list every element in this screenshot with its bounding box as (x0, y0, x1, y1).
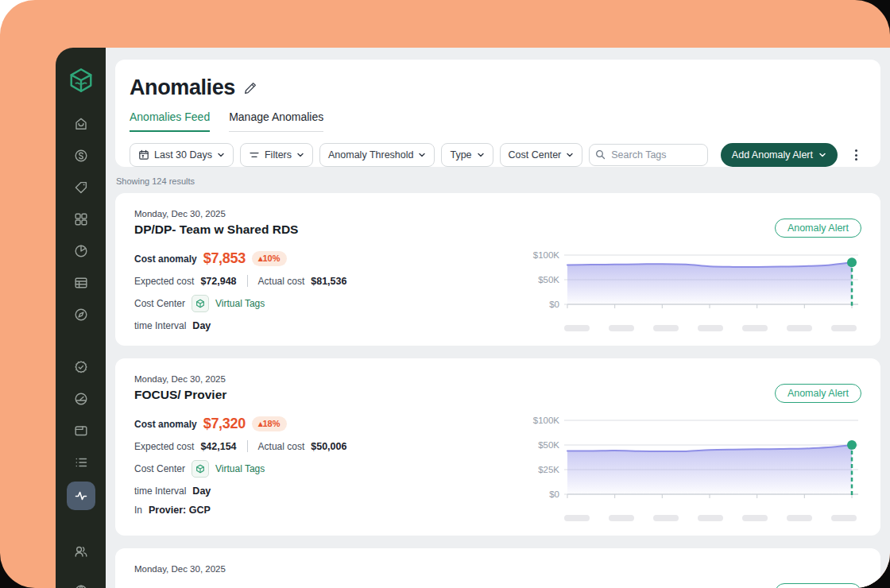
chevron-down-icon (296, 151, 304, 159)
x-axis-skeleton-label (564, 515, 590, 521)
card-title: FOCUS/ Provier (134, 388, 528, 402)
edit-icon[interactable] (243, 81, 257, 95)
page-header-card: Anomalies Anomalies Feed Manage Anomalie… (115, 60, 880, 167)
cost-center-dropdown[interactable]: Cost Center (500, 143, 583, 167)
cost-center-label: Cost Center (134, 463, 185, 474)
svg-text:$25K: $25K (538, 465, 559, 474)
x-axis-skeleton-label (609, 515, 634, 521)
x-axis-skeleton-label (787, 515, 812, 521)
anomaly-card[interactable]: Monday, Dec 30, 2025 DP/DP- Team w Share… (115, 193, 880, 346)
tab-anomalies-feed[interactable]: Anomalies Feed (130, 110, 210, 132)
sidebar-item-budgets[interactable] (73, 423, 89, 439)
actual-cost-value: $50,006 (311, 441, 346, 452)
sidebar-item-costs[interactable] (73, 148, 89, 164)
actual-cost-value: $81,536 (311, 276, 346, 287)
filter-icon (249, 149, 260, 161)
sidebar-item-team[interactable] (73, 544, 89, 559)
x-axis-skeleton-label (698, 515, 723, 521)
results-summary: Showing 124 results (116, 176, 880, 186)
anomaly-card[interactable]: Monday, Dec 30, 2025 Anomaly Alert (115, 548, 880, 588)
filters-dropdown[interactable]: Filters (240, 143, 313, 167)
card-chart-area: Anomaly Alert $100K$50K$25K$0 (528, 374, 861, 521)
grid-icon (73, 211, 89, 227)
anomaly-threshold-dropdown[interactable]: Anomaly Threshold (319, 143, 435, 167)
sidebar-item-integrations[interactable] (73, 211, 89, 227)
x-axis-skeleton-label (742, 325, 768, 331)
svg-text:$0: $0 (549, 300, 559, 309)
sidebar-item-tags[interactable] (73, 180, 89, 195)
gauge-icon (73, 391, 89, 407)
x-axis-skeleton-label (831, 515, 857, 521)
sidebar-item-anomalies[interactable] (67, 482, 95, 510)
anomaly-alert-badge[interactable]: Anomaly Alert (775, 583, 861, 588)
wallet-icon (73, 423, 89, 439)
anomaly-alert-badge[interactable]: Anomaly Alert (775, 219, 861, 238)
sidebar-item-home[interactable] (73, 116, 89, 132)
chevron-down-icon (477, 151, 485, 159)
svg-text:$100K: $100K (533, 250, 560, 260)
time-interval-value: Day (192, 320, 211, 331)
anomaly-card[interactable]: Monday, Dec 30, 2025 FOCUS/ Provier Cost… (115, 358, 880, 536)
card-details: Monday, Dec 30, 2025 DP/DP- Team w Share… (134, 209, 528, 331)
tab-manage-anomalies[interactable]: Manage Anomalies (229, 110, 323, 132)
x-axis-skeleton-label (564, 325, 590, 331)
anomaly-alert-badge[interactable]: Anomaly Alert (775, 384, 861, 403)
x-axis-skeleton-label (609, 325, 634, 331)
anomaly-chart: $100K$50K$25K$0 (528, 412, 861, 521)
card-title: DP/DP- Team w Shared RDS (134, 222, 528, 237)
sidebar-item-reports[interactable] (73, 243, 89, 259)
svg-text:$0: $0 (549, 489, 559, 499)
sidebar-item-settings[interactable] (73, 583, 89, 588)
table-icon (73, 275, 89, 291)
cost-center-value: Virtual Tags (215, 298, 265, 309)
svg-text:$50K: $50K (538, 275, 559, 284)
globe-icon (73, 583, 89, 588)
anomaly-chart: $100K$50K$0 (528, 247, 861, 331)
date-range-dropdown[interactable]: Last 30 Days (130, 143, 234, 167)
card-details: Monday, Dec 30, 2025 (134, 564, 528, 574)
expected-cost-value: $72,948 (200, 276, 236, 287)
sidebar-item-tables[interactable] (73, 275, 89, 291)
time-interval-label: time Interval (134, 485, 186, 497)
x-axis-skeleton-label (742, 515, 768, 521)
tag-icon (73, 180, 89, 195)
search-tags-input[interactable] (589, 144, 708, 166)
badge-check-icon (73, 359, 89, 375)
more-options-button[interactable] (849, 144, 863, 166)
sidebar-item-dashboards[interactable] (73, 391, 89, 407)
virtual-tags-chip (192, 460, 209, 478)
card-chart-area: Anomaly Alert $100K$50K$0 (528, 209, 861, 331)
vantage-cube-logo[interactable] (68, 67, 95, 94)
pie-chart-icon (73, 243, 89, 259)
sidebar-item-explorer[interactable] (73, 307, 89, 323)
filter-toolbar: Last 30 Days Filters Anomaly Threshold T… (130, 143, 863, 167)
x-axis-skeleton-label (787, 325, 812, 331)
search-icon (595, 149, 606, 160)
provider-value: Provier: GCP (149, 505, 211, 516)
chevron-down-icon (566, 151, 574, 159)
type-dropdown[interactable]: Type (441, 143, 493, 167)
vantage-cube-icon (195, 299, 205, 308)
divider (247, 275, 248, 287)
divider (247, 440, 248, 452)
x-axis-skeleton-labels (564, 325, 857, 331)
x-axis-skeleton-label (698, 325, 723, 331)
sidebar-item-policies[interactable] (73, 359, 89, 375)
add-anomaly-alert-button[interactable]: Add Anomaly Alert (721, 143, 838, 167)
change-percent-badge: ▴10% (252, 251, 287, 266)
x-axis-skeleton-label (831, 325, 857, 331)
x-axis-skeleton-label (653, 515, 679, 521)
cost-center-label: Cost Center (134, 298, 185, 309)
calendar-icon (138, 149, 149, 161)
chevron-down-icon (418, 151, 426, 159)
list-icon (73, 455, 89, 470)
svg-text:$100K: $100K (533, 416, 560, 425)
change-percent-badge: ▴18% (252, 416, 287, 431)
expected-cost-value: $42,154 (200, 441, 236, 452)
compass-icon (73, 307, 89, 323)
card-date: Monday, Dec 30, 2025 (134, 209, 528, 219)
time-interval-label: time Interval (134, 320, 186, 331)
sidebar-item-lists[interactable] (73, 455, 89, 470)
sidebar-nav-top (73, 116, 89, 323)
expected-cost-label: Expected cost (134, 441, 194, 452)
